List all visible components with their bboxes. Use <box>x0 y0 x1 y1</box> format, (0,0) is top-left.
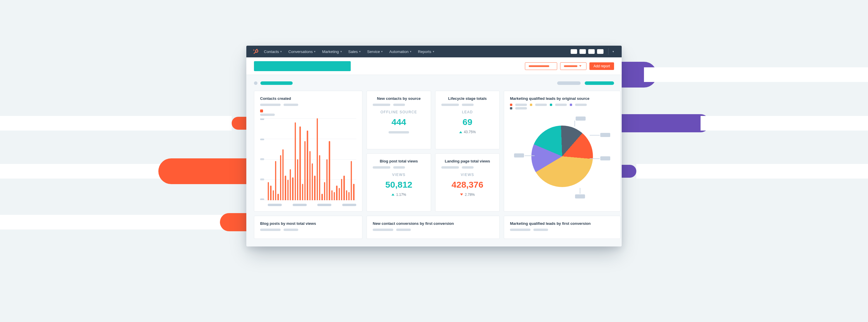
decor-bar <box>0 164 171 179</box>
chevron-down-icon: ▾ <box>314 50 315 53</box>
card-title: New contact conversions by first convers… <box>373 221 494 226</box>
filter-chip-teal[interactable] <box>585 81 614 85</box>
card-title: Blog post total views <box>373 159 425 163</box>
kpi-value: 428,376 <box>441 180 494 190</box>
filter-bar <box>246 75 622 87</box>
dashboard-selector-button[interactable] <box>525 62 557 70</box>
kpi-delta: 43.75% <box>459 130 476 134</box>
kpi-value: 50,812 <box>373 180 425 190</box>
account-menu-icon[interactable]: ▾ <box>613 50 614 53</box>
dashboard-grid: Contacts created New contacts by source … <box>246 87 622 247</box>
card-title: Landing page total views <box>441 159 494 163</box>
nav-item-contacts[interactable]: Contacts▾ <box>264 49 282 54</box>
filter-dot <box>254 81 257 85</box>
card-title: New contacts by source <box>373 96 425 101</box>
card-landing-page-total-views[interactable]: Landing page total views VIEWS 428,376 2… <box>435 153 500 212</box>
kpi-label: VIEWS <box>441 173 494 177</box>
top-nav: Contacts▾ Conversations▾ Marketing▾ Sale… <box>246 46 622 58</box>
chevron-down-icon: ▾ <box>381 50 383 53</box>
card-blog-posts-by-most-total-views[interactable]: Blog posts by most total views <box>254 216 363 239</box>
nav-item-automation[interactable]: Automation▾ <box>389 49 411 54</box>
card-new-contact-conversions[interactable]: New contact conversions by first convers… <box>367 216 500 239</box>
nav-item-marketing[interactable]: Marketing▾ <box>322 49 342 54</box>
svg-point-3 <box>253 49 254 50</box>
decor-row-right-3 <box>604 164 868 179</box>
triangle-down-icon <box>460 193 463 195</box>
nav-tools: ▾ <box>571 48 614 55</box>
card-mql-by-original-source[interactable]: Marketing qualified leads by original so… <box>504 91 620 212</box>
kpi-footnote <box>389 131 409 134</box>
add-report-button[interactable]: Add report <box>589 62 614 70</box>
chevron-down-icon: ▾ <box>433 50 434 53</box>
card-lifecycle-stage-totals[interactable]: Lifecycle stage totals LEAD 69 43.75% <box>435 91 500 149</box>
chevron-down-icon: ▾ <box>359 50 361 53</box>
decor-row-left-2 <box>0 164 264 179</box>
triangle-up-icon <box>392 193 395 195</box>
card-title: Lifecycle stage totals <box>441 96 494 101</box>
kpi-label: OFFLINE SOURCE <box>373 110 425 114</box>
decor-bar <box>0 215 229 229</box>
kpi-label: VIEWS <box>373 173 425 177</box>
card-blog-post-total-views[interactable]: Blog post total views VIEWS 50,812 1.17% <box>367 153 431 212</box>
hubspot-logo-icon[interactable] <box>253 48 259 55</box>
decor-bar <box>636 164 868 179</box>
nav-item-reports[interactable]: Reports▾ <box>418 49 434 54</box>
chevron-down-icon: ▾ <box>410 50 411 53</box>
card-mql-by-first-conversion[interactable]: Marketing qualified leads by first conve… <box>504 216 620 239</box>
card-new-contacts-by-source[interactable]: New contacts by source OFFLINE SOURCE 44… <box>367 91 431 149</box>
decor-bar <box>0 116 232 131</box>
kpi-value: 444 <box>373 117 425 127</box>
app-window: Contacts▾ Conversations▾ Marketing▾ Sale… <box>246 46 622 247</box>
triangle-up-icon <box>459 131 462 133</box>
nav-item-conversations[interactable]: Conversations▾ <box>288 49 315 54</box>
nav-item-service[interactable]: Service▾ <box>367 49 383 54</box>
nav-divider <box>608 48 609 55</box>
nav-menu: Contacts▾ Conversations▾ Marketing▾ Sale… <box>264 49 434 54</box>
kpi-label: LEAD <box>441 110 494 114</box>
pie-label <box>576 116 586 120</box>
decor-bar <box>701 116 868 131</box>
caret-down-icon <box>579 65 582 67</box>
svg-point-2 <box>256 49 257 50</box>
nav-tool-3[interactable] <box>588 49 595 54</box>
dashboard-options-button[interactable] <box>560 62 587 70</box>
contacts-bar-chart <box>260 118 356 200</box>
nav-tool-4[interactable] <box>597 49 603 54</box>
pie-label <box>575 194 585 199</box>
chevron-down-icon: ▾ <box>280 50 282 53</box>
decor-row-right-1 <box>604 67 868 82</box>
nav-item-sales[interactable]: Sales▾ <box>348 49 361 54</box>
nav-tool-1[interactable] <box>571 49 577 54</box>
card-title: Marketing qualified leads by first conve… <box>510 221 614 226</box>
filter-chip-grey[interactable] <box>557 81 581 85</box>
pie-label <box>600 156 610 160</box>
chevron-down-icon: ▾ <box>340 50 342 53</box>
decor-bar <box>644 67 868 82</box>
subheader: Add report <box>246 58 622 75</box>
decor-row-left-3 <box>0 215 264 229</box>
kpi-delta: 2.78% <box>460 192 475 197</box>
decor-row-right-2 <box>604 116 868 131</box>
card-title: Marketing qualified leads by original so… <box>510 96 614 101</box>
card-title: Blog posts by most total views <box>260 221 356 226</box>
kpi-delta: 1.17% <box>392 192 406 197</box>
svg-line-1 <box>254 52 256 53</box>
filter-active-chip[interactable] <box>260 81 293 85</box>
pie-label <box>600 133 610 137</box>
card-title: Contacts created <box>260 96 356 101</box>
card-contacts-created[interactable]: Contacts created <box>254 91 363 212</box>
kpi-value: 69 <box>441 117 494 127</box>
nav-tool-2[interactable] <box>580 49 586 54</box>
legend-dot-icon <box>260 109 263 112</box>
mql-pie-chart <box>510 112 614 200</box>
dashboard-title-placeholder <box>254 61 351 71</box>
decor-row-left-1 <box>0 116 264 131</box>
pie-label <box>514 153 524 157</box>
